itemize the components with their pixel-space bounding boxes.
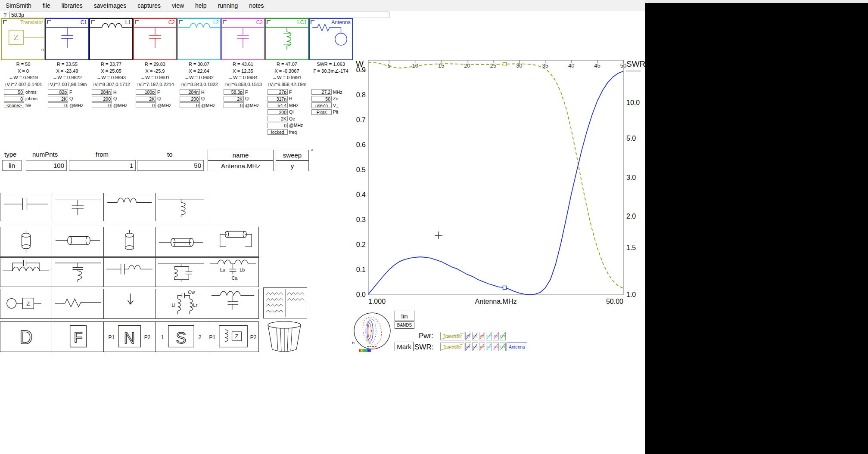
palette-series-lc[interactable] <box>103 257 156 287</box>
palette-series-inductor[interactable] <box>103 193 156 221</box>
swr-swatch-c1[interactable]: C1 <box>465 343 471 351</box>
palette-rough-surface-box[interactable] <box>263 287 307 318</box>
antenna-v-field[interactable]: useZo <box>311 102 332 108</box>
component-block-c3[interactable]: C3 <box>221 18 265 60</box>
c2-f-field[interactable]: 180p <box>136 89 156 95</box>
antenna-mhz-field[interactable]: 27.2 <box>311 89 332 95</box>
l1-mhz-field[interactable]: 0 <box>92 102 112 108</box>
palette-shunt-coax-stub[interactable] <box>0 227 52 257</box>
palette-shunt-series-lc[interactable] <box>52 257 104 287</box>
component-block-antenna[interactable]: Antenna <box>309 18 353 60</box>
palette-spark-arrow[interactable] <box>103 289 156 319</box>
palette-n-twoport[interactable]: N P1 P2 <box>103 321 156 352</box>
w-marker[interactable] <box>503 62 507 66</box>
c1-f-field[interactable]: 82p <box>48 89 68 95</box>
palette-coil-shunt-cap[interactable] <box>207 289 259 319</box>
palette-cwlilr-network[interactable]: Cw Li Lr <box>155 289 207 319</box>
pwr-swatch-c3[interactable]: C3 <box>493 332 499 340</box>
c1-mhz-field[interactable]: 0 <box>48 102 68 108</box>
transistor-ohms-field[interactable]: 50 <box>4 89 24 95</box>
c2-q-field[interactable]: 2K <box>136 96 156 102</box>
l1-h-field[interactable]: 284n <box>92 89 112 95</box>
palette-shunt-coax-open[interactable] <box>103 227 156 257</box>
sweep-numpnts-box[interactable]: 100 <box>26 160 67 171</box>
c3-mhz-field[interactable]: 0 <box>224 102 244 108</box>
component-block-c1[interactable]: C1 <box>45 18 89 60</box>
lc1-h-field[interactable]: 317n <box>268 96 288 102</box>
swr-swatch-c2[interactable]: C2 <box>479 343 485 351</box>
lc1-mhz-field[interactable]: 0 <box>268 123 288 128</box>
c1-q-field[interactable]: 2K <box>48 96 68 102</box>
palette-series-capacitor[interactable] <box>0 193 52 221</box>
palette-lalbca-network[interactable]: La Lb Ca <box>207 257 259 287</box>
palette-s-twoport[interactable]: S 1 2 <box>155 321 207 352</box>
palette-generator-load[interactable]: Z <box>0 289 52 319</box>
palette-series-coax-line-2[interactable] <box>155 227 207 257</box>
component-block-c2[interactable]: C2 <box>133 18 177 60</box>
palette-series-coax-line[interactable] <box>52 227 104 257</box>
menu-libraries[interactable]: libraries <box>56 0 88 11</box>
antenna-plt-field[interactable]: Plots <box>311 109 332 115</box>
palette-d-block[interactable]: D <box>0 321 52 352</box>
c3-q-field[interactable]: 2K <box>224 96 244 102</box>
palette-bucket[interactable] <box>265 320 304 353</box>
sweep-type-box[interactable]: lin <box>2 160 22 171</box>
antenna-zo-field[interactable]: 50 <box>311 96 332 102</box>
lc1-mhz-field[interactable]: 54.4 <box>268 102 288 108</box>
sweep-name-box[interactable]: Antenna.MHz <box>208 161 274 171</box>
sweep-sweep-box[interactable]: y <box>276 161 309 171</box>
menu-simsmith[interactable]: SimSmith <box>0 0 37 11</box>
menu-saveimages[interactable]: saveImages <box>88 0 132 11</box>
lc1-freq-field[interactable]: locked <box>268 129 288 135</box>
l2-h-field[interactable]: 284n <box>180 89 200 95</box>
menu-running[interactable]: running <box>212 0 244 11</box>
l2-mhz-field[interactable]: 0 <box>180 102 200 108</box>
pwr-swatch-l1[interactable]: L1 <box>472 332 478 340</box>
component-block-l1[interactable]: L1 <box>89 18 133 60</box>
pwr-swatch-c1[interactable]: C1 <box>465 332 471 340</box>
transistor-johms-field[interactable]: 0 <box>4 96 24 102</box>
palette-resistor[interactable] <box>52 289 104 319</box>
smith-chart-thumbnail[interactable] <box>352 311 392 351</box>
c2-mhz-field[interactable]: 0 <box>136 102 156 108</box>
swr-swatch-l2[interactable]: L2 <box>486 343 492 351</box>
component-block-transistor[interactable]: Transistor Z <box>1 18 45 60</box>
lc1-qc-field[interactable]: 2K <box>268 116 288 121</box>
sweep-from-box[interactable]: 1 <box>69 160 136 171</box>
menu-captures[interactable]: captures <box>132 0 166 11</box>
pwr-swatch-transistor[interactable]: Transistor <box>440 332 464 340</box>
sweep-to-box[interactable]: 50 <box>137 160 204 171</box>
l1-q-field[interactable]: 200 <box>92 96 112 102</box>
lc1-f-field[interactable]: 27p <box>268 89 288 95</box>
palette-f-block[interactable]: F <box>52 321 104 352</box>
menu-notes[interactable]: notes <box>243 0 269 11</box>
menu-view[interactable]: view <box>166 0 190 11</box>
component-block-lc1[interactable]: LC1 <box>265 18 309 60</box>
menu-help[interactable]: help <box>190 0 212 11</box>
palette-z-twoport[interactable]: Z P1 P2 <box>207 321 259 352</box>
value-edit-input[interactable]: 58.3p <box>9 12 389 18</box>
mark-button[interactable]: Mark <box>395 342 414 351</box>
swr-swatch-lc1[interactable]: LC1 <box>500 343 506 351</box>
swr-marker[interactable] <box>503 286 507 289</box>
swr-swatch-c3[interactable]: C3 <box>493 343 499 351</box>
swr-swatch-l1[interactable]: L1 <box>472 343 478 351</box>
palette-shunt-capacitor[interactable] <box>52 193 104 221</box>
pwr-swatch-l2[interactable]: L2 <box>486 332 492 340</box>
component-block-l2[interactable]: L2 <box>177 18 221 60</box>
lc1-ql-field[interactable]: 200 <box>268 109 288 115</box>
c3-f-field[interactable]: 58.3p <box>224 89 244 95</box>
menu-file[interactable]: file <box>37 0 56 11</box>
plot-area[interactable] <box>368 60 623 295</box>
lin-scale-button[interactable]: lin <box>395 311 414 321</box>
pwr-swatch-lc1[interactable]: LC1 <box>500 332 506 340</box>
l2-q-field[interactable]: 200 <box>180 96 200 102</box>
swr-swatch-antenna[interactable]: Antenna <box>507 343 527 351</box>
transistor-file-field[interactable]: <none> <box>4 102 24 108</box>
palette-coax-transformer[interactable] <box>207 227 259 257</box>
pwr-swatch-c2[interactable]: C2 <box>479 332 485 340</box>
swr-swatch-transistor[interactable]: Transistor <box>440 343 464 351</box>
bands-button[interactable]: BANDS <box>395 321 414 329</box>
palette-shunt-inductor[interactable] <box>155 193 207 221</box>
palette-series-parallel-lc[interactable] <box>0 257 52 287</box>
